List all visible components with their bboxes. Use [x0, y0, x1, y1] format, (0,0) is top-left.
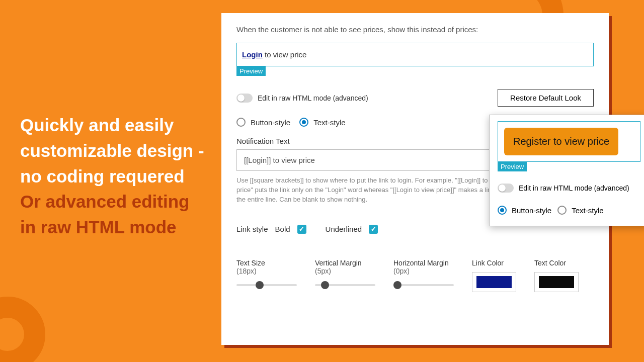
text-size-label: Text Size — [236, 259, 297, 267]
vertical-margin-label: Vertical Margin — [315, 259, 375, 267]
preview-login-link[interactable]: Login — [242, 50, 263, 59]
text-color-group: Text Color — [534, 259, 579, 292]
overlay-radio-text-style[interactable]: Text-style — [557, 206, 603, 215]
text-size-slider-group: Text Size (18px) — [236, 259, 297, 286]
slider-thumb[interactable] — [256, 281, 264, 289]
sliders-row: Text Size (18px) Vertical Margin (5px) H… — [236, 259, 594, 292]
link-color-swatch — [476, 276, 512, 288]
radio-icon — [299, 118, 308, 127]
slider-thumb[interactable] — [321, 281, 329, 289]
register-button-preview[interactable]: Register to view price — [504, 128, 618, 155]
vertical-margin-slider-group: Vertical Margin (5px) — [315, 259, 375, 286]
horizontal-margin-slider-group: Horizontal Margin (0px) — [393, 259, 454, 286]
decorative-arc — [0, 297, 45, 362]
overlay-preview-tag: Preview — [498, 162, 527, 171]
overlay-radio-button-style[interactable]: Button-style — [498, 206, 551, 215]
preview-rest-text: to view price — [263, 50, 307, 59]
horizontal-margin-value: (0px) — [393, 267, 454, 275]
horizontal-margin-slider[interactable] — [393, 284, 454, 286]
link-color-picker[interactable] — [472, 272, 516, 292]
radio-icon — [498, 206, 507, 215]
overlay-panel: Register to view price Preview Edit in r… — [489, 115, 644, 226]
bold-checkbox[interactable]: ✓ — [297, 225, 306, 234]
text-size-value: (18px) — [236, 267, 297, 275]
raw-html-toggle[interactable] — [236, 94, 253, 103]
marketing-line: in raw HTML mode — [20, 215, 206, 240]
intro-text: When the customer is not able to see pri… — [236, 25, 594, 34]
radio-icon — [557, 206, 567, 215]
underlined-label: Underlined — [326, 225, 362, 233]
link-color-group: Link Color — [472, 259, 516, 292]
marketing-line: no coding requered — [20, 164, 206, 190]
radio-button-style[interactable]: Button-style — [236, 118, 290, 127]
restore-default-button[interactable]: Restore Default Look — [498, 89, 594, 107]
text-size-slider[interactable] — [236, 284, 297, 286]
overlay-style-radio-group: Button-style Text-style — [498, 206, 640, 215]
radio-text-style[interactable]: Text-style — [299, 118, 345, 127]
vertical-margin-slider[interactable] — [315, 284, 375, 286]
notification-help-text: Use [[square brackets]] to show where to… — [236, 176, 508, 205]
marketing-line: Quickly and easily — [20, 113, 206, 138]
overlay-raw-html-label: Edit in raw HTML mode (advanced) — [519, 184, 629, 192]
radio-icon — [236, 118, 246, 127]
text-color-label: Text Color — [534, 259, 579, 267]
overlay-raw-html-toggle[interactable] — [498, 184, 514, 193]
marketing-line: customizable design - — [20, 138, 206, 164]
preview-tag: Preview — [236, 66, 266, 76]
text-color-swatch — [539, 276, 574, 288]
overlay-preview-box: Register to view price — [498, 121, 640, 162]
marketing-line: Or advanced editing — [20, 189, 206, 215]
vertical-margin-value: (5px) — [315, 267, 375, 275]
preview-box: Login to view price — [236, 43, 594, 66]
text-color-picker[interactable] — [534, 272, 579, 292]
bold-label: Bold — [275, 225, 290, 233]
link-style-label: Link style — [236, 225, 268, 233]
horizontal-margin-label: Horizontal Margin — [393, 259, 454, 267]
slider-thumb[interactable] — [393, 281, 401, 289]
raw-html-toggle-label: Edit in raw HTML mode (advanced) — [258, 94, 368, 102]
link-color-label: Link Color — [472, 259, 516, 267]
marketing-headline: Quickly and easily customizable design -… — [20, 113, 206, 240]
underlined-checkbox[interactable]: ✓ — [369, 225, 378, 234]
